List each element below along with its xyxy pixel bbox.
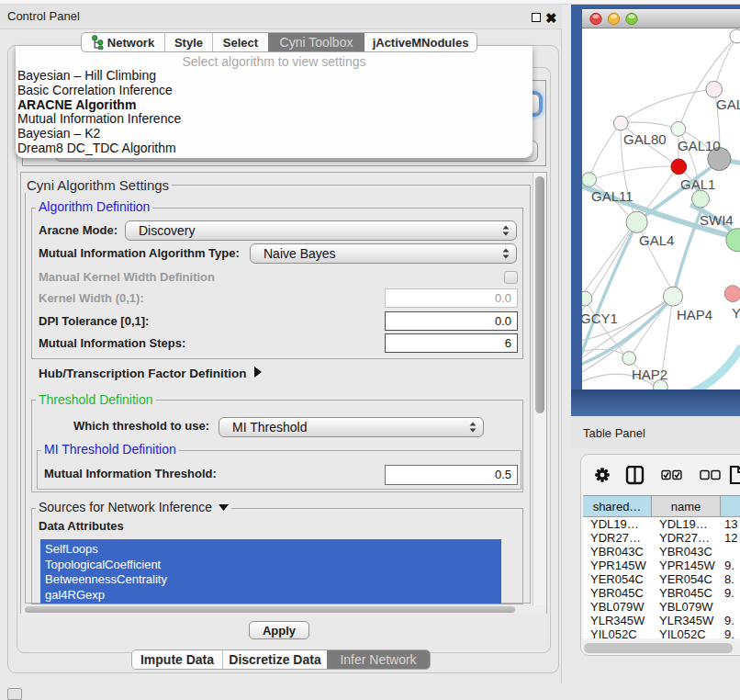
svg-text:GAL10: GAL10 [678,138,721,153]
svg-text:GAL: GAL [716,96,740,112]
svg-text:GAL1: GAL1 [680,176,715,192]
svg-text:GAL11: GAL11 [591,188,633,204]
svg-text:SWI4: SWI4 [700,212,734,228]
svg-text:GAL80: GAL80 [623,131,667,147]
svg-text:HAP2: HAP2 [632,367,667,382]
svg-text:HAP4: HAP4 [677,307,712,322]
svg-text:Y: Y [732,305,740,321]
svg-text:GCY1: GCY1 [582,310,618,326]
svg-text:GAL4: GAL4 [639,232,674,248]
